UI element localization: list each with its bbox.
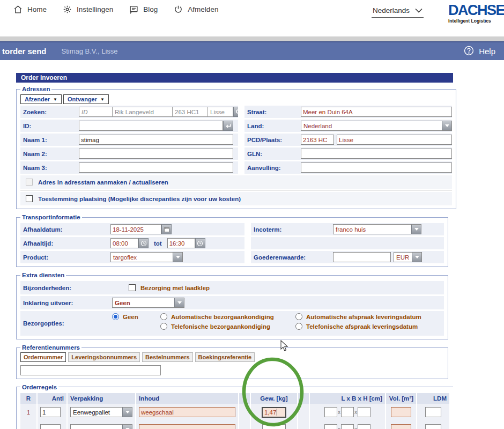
extra-diensten-legend: Extra diensten — [20, 272, 66, 278]
ordernummer-input[interactable] — [20, 365, 161, 375]
tab-ordernummer[interactable]: Ordernummer — [20, 352, 66, 362]
col-header-r: R — [20, 393, 36, 404]
language-label: Nederlands — [373, 6, 410, 14]
adresstam-checkbox[interactable] — [26, 179, 33, 186]
dropdown-arrow-icon: ▼ — [53, 97, 57, 102]
bezorgoptie-auto-aankondiging[interactable]: Automatische bezorgaankondiging — [160, 313, 295, 320]
select-arrow-icon — [122, 425, 132, 429]
toestemming-checkbox[interactable] — [26, 195, 33, 202]
row1-ldm-input[interactable] — [425, 407, 441, 417]
row2-height-input[interactable] — [358, 424, 370, 429]
calendar-icon[interactable] — [161, 224, 172, 234]
search-segment-id[interactable]: ID — [79, 107, 112, 117]
product-select[interactable]: targoflex — [110, 252, 183, 262]
referentienummers-legend: Referentienummers — [20, 344, 81, 351]
row1-antl-input[interactable] — [40, 407, 61, 417]
help-label: Help — [479, 47, 495, 56]
tot-label: tot — [149, 240, 167, 247]
radio-auto-afspraak[interactable] — [295, 313, 302, 320]
search-segment-pcd[interactable]: 263 HC1 — [172, 107, 207, 117]
select-arrow-icon — [173, 253, 182, 262]
company-subtitle: Stimag B.V., Lisse — [62, 47, 118, 55]
col-header-lbh: L x B x H [cm] — [310, 393, 385, 404]
adresstam-checkbox-label: Adres in adresstam aanmaken / actualiser… — [38, 179, 168, 186]
select-arrow-icon — [174, 298, 184, 307]
row1-width-input[interactable] — [341, 407, 354, 417]
search-segment-city[interactable]: Lisse — [207, 107, 233, 117]
row1-verpakking-select[interactable]: Eenwegpallet — [70, 407, 132, 417]
zoeken-label: Zoeken: — [20, 106, 77, 118]
afhaaltijd-tot-input[interactable] — [167, 238, 195, 248]
row2-antl-input[interactable] — [40, 424, 61, 429]
tab-leveringsbonnummers[interactable]: Leveringsbonnummers — [68, 352, 140, 362]
currency-select[interactable]: EUR — [394, 252, 422, 262]
row1-gew-input[interactable]: 1,47 — [262, 407, 286, 418]
bezorgoptie-auto-afspraak[interactable]: Automatische afspraak leveringsdatum — [295, 313, 444, 320]
row1-height-input[interactable] — [358, 407, 370, 417]
straat-label: Straat: — [244, 106, 299, 118]
help-button[interactable]: Help — [464, 46, 495, 57]
nav-blog-label: Blog — [143, 5, 158, 13]
bezorgopties-label: Bezorgopties: — [20, 311, 110, 336]
transportinformatie-section: Transportinformatie Afhaaldatum: Incoter… — [16, 214, 448, 267]
enter-button[interactable] — [223, 121, 233, 131]
naam2-input[interactable] — [79, 149, 233, 159]
radio-tel-aankondiging[interactable] — [160, 323, 167, 330]
aanvulling-input[interactable] — [301, 162, 452, 173]
search-segment-name[interactable]: Rik Langeveld — [112, 107, 172, 117]
afhaaltijd-van-input[interactable] — [110, 238, 138, 248]
radio-tel-afspraak[interactable] — [295, 323, 302, 330]
divider — [20, 190, 452, 190]
nav-home[interactable]: Home — [13, 5, 47, 14]
straat-input[interactable] — [301, 107, 452, 117]
pcd-input[interactable] — [301, 135, 334, 145]
gln-input[interactable] — [301, 149, 452, 159]
row2-gew-input[interactable] — [262, 424, 286, 429]
id-input[interactable] — [79, 121, 223, 131]
row2-width-input[interactable] — [341, 424, 354, 429]
tab-bestelnummers[interactable]: Bestelnummers — [142, 352, 193, 362]
row2-length-input[interactable] — [324, 424, 337, 429]
naam1-label: Naam 1: — [20, 134, 77, 146]
radio-geen[interactable] — [112, 313, 119, 320]
col-header-verpakking: Verpakking — [68, 393, 135, 404]
nav-instellingen[interactable]: Instellingen — [63, 5, 113, 14]
dachser-order-page: { "topnav": { "home": "Home", "instellin… — [0, 0, 504, 429]
nav-instellingen-label: Instellingen — [77, 5, 113, 13]
row1-vol-input[interactable] — [391, 407, 411, 417]
row2-verpakking-select[interactable] — [70, 424, 132, 429]
nav-afmelden[interactable]: Afmelden — [174, 5, 218, 14]
adressen-legend: Adressen — [20, 86, 51, 92]
incoterm-select[interactable]: franco huis — [333, 224, 421, 234]
row1-inhoud-input[interactable] — [139, 407, 235, 417]
row2-ldm-input[interactable] — [425, 424, 441, 429]
search-segmented-input: ID Rik Langeveld 263 HC1 Lisse — [79, 107, 243, 117]
goederenwaarde-input[interactable] — [333, 252, 391, 262]
row2-number — [20, 421, 36, 429]
nav-blog[interactable]: Blog — [129, 5, 158, 14]
inklaring-select[interactable]: Geen — [112, 298, 184, 308]
blog-icon — [129, 5, 138, 14]
clock-icon[interactable] — [138, 238, 149, 248]
bezorgoptie-tel-aankondiging[interactable]: Telefonische bezorgaankondiging — [160, 323, 295, 330]
tab-ontvanger[interactable]: Ontvanger ▼ — [63, 94, 109, 104]
tab-boekingsreferentie[interactable]: Boekingsreferentie — [195, 352, 255, 362]
naam1-input[interactable] — [79, 135, 233, 145]
radio-auto-aankondiging[interactable] — [160, 313, 167, 320]
plaats-input[interactable] — [337, 135, 452, 145]
row2-vol-input[interactable] — [391, 424, 411, 429]
afhaaldatum-input[interactable] — [110, 224, 161, 234]
land-select[interactable]: Nederland — [301, 121, 452, 131]
orderregels-table: R Antl Verpakking Inhoud Gew. [kg] L x B… — [20, 393, 449, 429]
bezorgoptie-geen[interactable]: Geen — [112, 313, 160, 320]
row1-length-input[interactable] — [324, 407, 337, 417]
clock-icon[interactable] — [195, 238, 205, 248]
gray-separator-bar — [0, 36, 504, 41]
row2-inhoud-input[interactable] — [139, 424, 235, 429]
laadklep-checkbox[interactable] — [129, 284, 136, 291]
tab-afzender[interactable]: Afzender ▼ — [20, 94, 62, 104]
bezorgoptie-tel-afspraak[interactable]: Telefonische afspraak leveringsdatum — [295, 323, 444, 330]
land-label: Land: — [244, 120, 299, 132]
naam3-input[interactable] — [79, 162, 233, 173]
language-selector[interactable]: Nederlands — [372, 6, 424, 18]
